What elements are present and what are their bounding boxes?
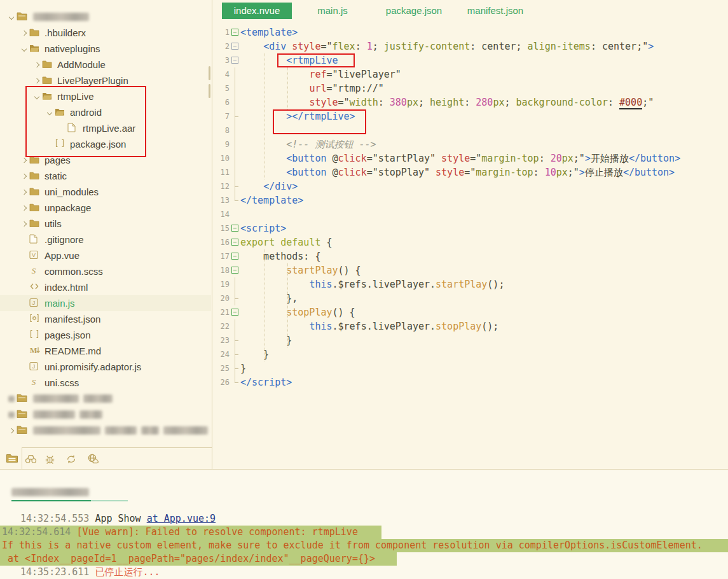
file-tree[interactable]: .hbuilderxnativepluginsAddModuleLivePlay… (0, 9, 211, 438)
redacted-label (33, 410, 75, 419)
line-number: 2 (213, 39, 230, 53)
scss-file-icon: S (29, 377, 38, 389)
line-number: 15 (213, 221, 230, 235)
tree-item-redacted[interactable] (0, 407, 211, 422)
tree-item-static[interactable]: static (0, 168, 211, 184)
line-number: 12 (213, 179, 230, 193)
line-number: 23 (213, 333, 230, 347)
tree-item-rtmpLive-aar[interactable]: rtmpLive.aar (0, 120, 211, 136)
tree-item-label: .gitignore (45, 234, 84, 245)
code-line-1: 1<template> (213, 25, 728, 39)
tree-item-nativeplugins[interactable]: nativeplugins (0, 41, 211, 57)
tree-item-common-scss[interactable]: Scommon.scss (0, 263, 211, 279)
tree-item-android[interactable]: android (0, 104, 211, 120)
tree-item-main-js[interactable]: Jmain.js (0, 295, 211, 311)
gutter (230, 207, 240, 221)
line-number: 25 (213, 361, 230, 375)
sidebar-scrollbar[interactable] (209, 84, 210, 98)
gutter (230, 137, 240, 151)
tree-item-manifest-json[interactable]: manifest.json (0, 311, 211, 327)
debug-view-button[interactable] (43, 453, 56, 464)
fold-toggle-icon[interactable] (230, 249, 240, 263)
code-text: <div style="flex: 1; justify-content: ce… (240, 39, 654, 53)
code-editor[interactable]: 1<template>2 <div style="flex: 1; justif… (213, 25, 728, 389)
line-number: 17 (213, 249, 230, 263)
tree-item--hbuilderx[interactable]: .hbuilderx (0, 25, 211, 41)
console-line: If this is a native custom element, make… (0, 539, 728, 552)
line-number: 24 (213, 347, 230, 361)
run-sync-button[interactable] (65, 453, 78, 464)
tree-item-label: README.md (45, 345, 101, 356)
tree-item-uni-modules[interactable]: uni_modules (0, 184, 211, 200)
tree-item-pages-json[interactable]: pages.json (0, 327, 211, 343)
tab-manifest-json[interactable]: manifest.json (455, 3, 536, 19)
code-line-9: 9 <!-- 测试按钮 --> (213, 137, 728, 151)
tree-item-redacted[interactable] (0, 9, 211, 25)
html-file-icon (29, 282, 39, 293)
tree-item-pages[interactable]: pages (0, 152, 211, 168)
project-folder-icon (17, 393, 27, 404)
sidebar-scrollbar[interactable] (209, 66, 210, 80)
console-line: 14:32:54.553 App Show at App.vue:9 (0, 512, 728, 526)
tab-index-nvue[interactable]: index.nvue (222, 3, 292, 19)
line-number: 5 (213, 81, 230, 95)
tree-item-App-vue[interactable]: VApp.vue (0, 248, 211, 263)
tree-item-LivePlayerPlugin[interactable]: LivePlayerPlugin (0, 73, 211, 88)
code-line-23: 23 } (213, 333, 728, 347)
fold-toggle-icon[interactable] (230, 25, 240, 39)
tree-item-AddModule[interactable]: AddModule (0, 57, 211, 73)
tree-item-utils[interactable]: utils (0, 216, 211, 232)
code-line-16: 16export default { (213, 235, 728, 249)
fold-toggle-icon[interactable] (230, 305, 240, 319)
tree-item-uni-promisify-adaptor-js[interactable]: Juni.promisify.adaptor.js (0, 359, 211, 375)
console-tab[interactable] (11, 486, 89, 498)
code-text: <template> (240, 25, 298, 39)
files-view-button[interactable] (3, 447, 22, 469)
fold-toggle-icon[interactable] (230, 263, 240, 277)
gutter (230, 67, 240, 81)
tab-label: main.js (317, 5, 348, 16)
log-source-link[interactable]: at App.vue:9 (147, 513, 216, 524)
line-number: 6 (213, 95, 230, 109)
redacted-label (105, 426, 137, 435)
project-folder-icon (17, 409, 27, 420)
code-text: } (240, 333, 292, 347)
chevron-down-icon (19, 47, 29, 51)
fold-toggle-icon[interactable] (230, 53, 240, 67)
code-text: ></rtmpLive> (240, 109, 355, 123)
line-number: 14 (213, 207, 230, 221)
fold-toggle-icon[interactable] (230, 235, 240, 249)
tree-item-unpackage[interactable]: unpackage (0, 200, 211, 216)
code-line-24: 24 } (213, 347, 728, 361)
tree-item-redacted[interactable] (0, 391, 211, 407)
code-text: methods: { (240, 249, 320, 263)
tree-item-index-html[interactable]: index.html (0, 279, 211, 295)
fold-toggle-icon[interactable] (230, 39, 240, 53)
gutter (230, 361, 240, 375)
svg-text:S: S (32, 377, 36, 387)
tree-item-package-json[interactable]: package.json (0, 136, 211, 152)
web-preview-button[interactable] (86, 453, 99, 464)
tree-item--gitignore[interactable]: .gitignore (0, 232, 211, 248)
search-view-button[interactable] (24, 453, 37, 464)
code-line-5: 5 url="rtmp://" (213, 81, 728, 95)
chevron-right-icon (32, 79, 42, 83)
tree-item-rtmpLive[interactable]: rtmpLive (0, 88, 211, 104)
chevron-spacer (6, 396, 17, 402)
tree-item-uni-scss[interactable]: Suni.scss (0, 375, 211, 391)
tree-item-label: unpackage (45, 202, 91, 213)
gutter (230, 333, 240, 347)
tree-item-redacted[interactable] (0, 422, 211, 438)
svg-text:S: S (32, 266, 36, 276)
code-line-26: 26</script> (213, 375, 728, 389)
line-number: 7 (213, 109, 230, 123)
code-line-10: 10 <button @click="startPlay" style="mar… (213, 151, 728, 165)
tab-package-json[interactable]: package.json (373, 3, 455, 19)
tree-item-label: rtmpLive.aar (83, 123, 135, 134)
gutter (230, 123, 240, 137)
fold-toggle-icon[interactable] (230, 221, 240, 235)
tab-main-js[interactable]: main.js (292, 3, 373, 19)
code-line-3: 3 <rtmpLive (213, 53, 728, 67)
tree-item-README-md[interactable]: MREADME.md (0, 343, 211, 359)
redacted-label (33, 13, 89, 21)
